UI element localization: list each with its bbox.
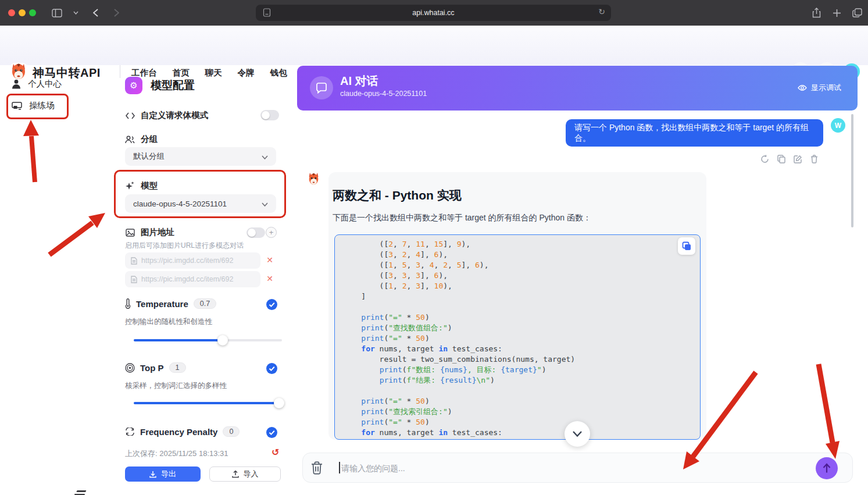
chevron-down-icon [262, 152, 268, 161]
code-line: print("查找索引组合:") [343, 407, 694, 417]
edit-icon[interactable] [794, 155, 802, 163]
collapse-icon-partial[interactable] [74, 490, 86, 495]
nav-item[interactable]: 钱包 [270, 67, 287, 79]
user-message: 请写一个 Python 函数，找出数组中两数之和等于 target 的所有组合。 [566, 119, 823, 147]
export-button[interactable]: 导出 [125, 466, 201, 482]
code-icon [125, 112, 135, 119]
code-line: print("查找数值组合:") [343, 323, 694, 333]
image-url-input[interactable]: https://pic.imgdd.cc/item/692 [125, 271, 260, 287]
forward-button[interactable] [109, 6, 123, 19]
clear-conversation-icon[interactable] [311, 461, 323, 477]
frequency-penalty-enabled-check-icon[interactable] [266, 427, 277, 438]
temperature-slider[interactable] [134, 339, 282, 341]
eye-icon [798, 84, 807, 91]
chevron-down-icon[interactable] [69, 6, 83, 19]
assistant-intro: 下面是一个找出数组中两数之和等于 target 的所有组合的 Python 函数… [333, 213, 591, 223]
chevron-down-icon [262, 200, 268, 208]
group-select[interactable]: 默认分组 [125, 147, 276, 166]
remove-url-button[interactable]: ✕ [265, 275, 274, 284]
code-copy-button[interactable] [678, 237, 695, 255]
code-line: for nums, target in test_cases: [343, 344, 694, 354]
temperature-value-badge: 0.7 [194, 298, 216, 309]
text-caret [339, 462, 340, 473]
reset-icon[interactable]: ↺ [272, 447, 279, 458]
code-line: print("=" * 50) [343, 417, 694, 428]
show-debug-label: 显示调试 [811, 83, 841, 93]
custom-body-row: 自定义请求体模式 [125, 110, 208, 121]
image-url-row: 图片地址 [125, 227, 174, 238]
chat-title: AI 对话 [340, 73, 378, 89]
url-text: api.whatai.cc [412, 9, 454, 17]
target-icon [125, 363, 135, 373]
group-label: 分组 [141, 134, 158, 145]
config-title: 模型配置 [151, 78, 195, 93]
upload-icon [232, 471, 239, 478]
group-select-value: 默认分组 [133, 151, 165, 162]
assistant-avatar-horse-icon [307, 172, 320, 187]
user-message-avatar: W [831, 118, 845, 133]
chat-bubble-icon [310, 76, 333, 99]
code-line: ([2, 7, 11, 15], 9), [343, 239, 694, 250]
code-line: print("=" * 50) [343, 396, 694, 407]
regenerate-icon[interactable] [760, 155, 769, 163]
image-url-label: 图片地址 [141, 227, 174, 238]
close-window-button[interactable] [8, 9, 15, 16]
chat-input-placeholder[interactable]: 请输入您的问题... [341, 464, 405, 474]
remove-url-button[interactable]: ✕ [265, 256, 274, 265]
code-line: ] [343, 291, 694, 302]
model-select[interactable]: claude-opus-4-5-20251101 [125, 194, 276, 213]
address-bar[interactable]: api.whatai.cc ↻ [256, 5, 611, 21]
code-line: ([1, 5, 3, 4, 2, 5], 6), [343, 260, 694, 270]
assistant-heading: 两数之和 - Python 实现 [333, 187, 462, 204]
image-url-value: https://pic.imgdd.cc/item/692 [141, 275, 233, 283]
share-icon[interactable] [809, 6, 823, 19]
minimize-window-button[interactable] [19, 9, 26, 16]
temperature-label: Temperature [136, 299, 188, 309]
image-url-toggle[interactable] [247, 227, 265, 238]
code-line [343, 386, 694, 396]
tab-overview-icon[interactable] [850, 6, 864, 19]
temperature-row: Temperature 0.7 [125, 298, 216, 309]
sidebar-item-label: 个人中心 [28, 79, 62, 90]
top-p-label: Top P [140, 363, 164, 373]
zoom-window-button[interactable] [29, 9, 36, 16]
code-line: print(f"结果: {result}\n") [343, 375, 694, 386]
model-row: 模型 [125, 180, 158, 191]
temperature-enabled-check-icon[interactable] [266, 299, 277, 310]
chat-header: AI 对话 claude-opus-4-5-20251101 显示调试 [297, 66, 858, 111]
chat-scrollbar[interactable] [851, 114, 853, 227]
frequency-penalty-value-badge: 0 [223, 426, 240, 437]
reload-icon[interactable]: ↻ [598, 7, 605, 16]
code-line: for nums, target in test_cases: [343, 428, 694, 438]
delete-icon[interactable] [810, 155, 818, 163]
nav-item[interactable]: 聊天 [205, 67, 222, 79]
sidebar-item-profile[interactable]: 个人中心 [12, 79, 62, 90]
scroll-to-bottom-button[interactable] [565, 421, 590, 447]
back-button[interactable] [88, 6, 102, 19]
sidebar-item-playground[interactable]: 操练场 [12, 100, 55, 111]
show-debug-button[interactable]: 显示调试 [798, 83, 841, 93]
code-line: ([3, 3, 3], 6), [343, 270, 694, 281]
import-button[interactable]: 导入 [209, 466, 281, 482]
top-p-slider[interactable] [134, 402, 282, 404]
repeat-icon [125, 428, 135, 436]
slider-thumb[interactable] [274, 398, 284, 408]
add-image-url-button[interactable]: + [266, 227, 277, 238]
frequency-penalty-row: Frequency Penalty 0 [125, 426, 240, 437]
gear-icon: ⚙ [125, 77, 142, 94]
last-saved-text: 上次保存: 2025/11/25 18:13:31 [125, 448, 228, 459]
image-url-input[interactable]: https://pic.imgdd.cc/item/692 [125, 252, 260, 269]
frequency-penalty-label: Frequency Penalty [140, 427, 217, 437]
custom-body-toggle[interactable] [260, 110, 279, 120]
code-line: result = two_sum_combinations(nums, targ… [343, 354, 694, 365]
sidebar-toggle-icon[interactable] [50, 6, 64, 19]
send-button[interactable] [816, 457, 838, 479]
top-navigation: 神马中转API 工作台首页聊天令牌钱包日志数据看板(实验性)绘图记录异步任务模型… [0, 26, 868, 65]
copy-icon[interactable] [777, 155, 785, 163]
top-p-enabled-check-icon[interactable] [266, 363, 277, 374]
code-line: print("=" * 50) [343, 312, 694, 323]
top-p-value-badge: 1 [169, 362, 186, 373]
new-tab-icon[interactable] [830, 6, 844, 19]
slider-thumb[interactable] [217, 335, 228, 346]
nav-item[interactable]: 令牌 [238, 67, 255, 79]
